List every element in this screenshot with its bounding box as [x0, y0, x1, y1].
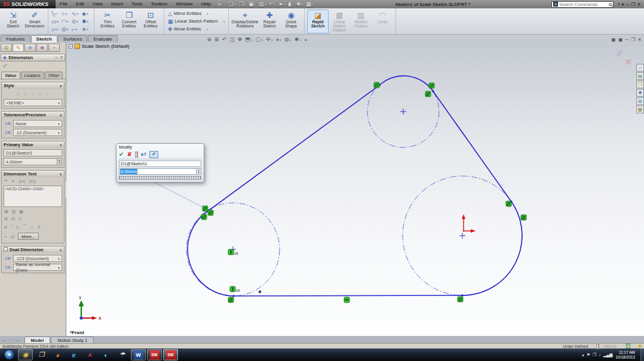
- reverse-direction-button[interactable]: ±?: [141, 152, 146, 157]
- open-file-icon[interactable]: ❐: [237, 1, 247, 7]
- sphere-app-icon[interactable]: ◐: [99, 349, 114, 360]
- save-icon[interactable]: ▣: [247, 1, 257, 7]
- command-tab[interactable]: Evaluate: [88, 35, 117, 42]
- document-tab[interactable]: Model: [24, 337, 51, 343]
- symbol-icon[interactable]: ±: [16, 224, 19, 230]
- document-tab[interactable]: Motion Study 1: [51, 337, 94, 343]
- quick-tips-icon[interactable]: ?: [626, 344, 630, 348]
- solidworks-resources-tab[interactable]: ⌂: [636, 64, 644, 72]
- modify-dimension-name[interactable]: D1@Sketch1: [119, 161, 201, 167]
- print-icon[interactable]: ▤: [257, 1, 267, 7]
- cancel-button[interactable]: ✘: [127, 151, 131, 158]
- fillet-tool-icon[interactable]: ✱: [81, 17, 91, 25]
- position-icon[interactable]: ⊞: [4, 217, 8, 221]
- action-center-icon[interactable]: ⚑: [587, 353, 590, 357]
- panel-tab[interactable]: Other: [45, 72, 63, 79]
- style-star-icon[interactable]: ☆: [16, 91, 22, 97]
- mirror-entities-button[interactable]: △Mirror Entities: [167, 10, 226, 17]
- device-icon[interactable]: ❒: [593, 353, 596, 357]
- minimize-icon[interactable]: ─: [625, 2, 629, 7]
- sketch-endpoints[interactable]: [207, 84, 512, 297]
- undo-icon[interactable]: ↶: [268, 1, 277, 7]
- circle-center-points[interactable]: [230, 109, 465, 252]
- style-star-icon[interactable]: ☆: [23, 91, 29, 97]
- repair-sketch-button[interactable]: ✚Repair Sketch: [259, 10, 280, 33]
- rectangle-tool-icon[interactable]: ▭: [51, 17, 61, 25]
- apply-scene-icon[interactable]: ◍: [284, 36, 292, 42]
- rebuild-icon[interactable]: [135, 152, 138, 158]
- justify-icon[interactable]: ▤: [4, 209, 8, 214]
- next-tab-icon[interactable]: >: [12, 338, 14, 343]
- newwindow-icon[interactable]: ▣: [611, 37, 616, 42]
- style-dropdown[interactable]: <NONE>: [4, 99, 62, 106]
- thumbwheel[interactable]: [119, 176, 201, 180]
- tolerance-group-header[interactable]: Tolerance/Precision: [2, 112, 64, 118]
- spin-increment-button[interactable]: ✐: [149, 151, 158, 158]
- line-tool-icon[interactable]: ╲: [51, 10, 61, 17]
- zoom-fit-icon[interactable]: ⊕: [207, 36, 212, 42]
- command-tab[interactable]: Sketch: [31, 35, 57, 42]
- trim-entities-button[interactable]: ✂Trim Entities: [97, 10, 118, 33]
- view-settings-icon[interactable]: ✱: [295, 36, 301, 42]
- rapid-sketch-button[interactable]: ◪Rapid Sketch: [307, 10, 329, 33]
- justify-icon[interactable]: ▦: [19, 209, 23, 214]
- word-icon[interactable]: W: [131, 349, 146, 360]
- volume-icon[interactable]: ♪: [599, 353, 601, 357]
- symbol-icon[interactable]: °: [11, 224, 13, 230]
- hidden-icons-button[interactable]: ▴: [582, 353, 584, 357]
- minimize-doc-icon[interactable]: ─: [625, 37, 628, 42]
- taskbar-clock[interactable]: 11:17 AM 10/18/2013: [615, 350, 637, 360]
- corner-tool-icon[interactable]: ⌐: [71, 25, 81, 33]
- tangent-relation-icon[interactable]: [429, 83, 434, 88]
- accept-button[interactable]: ✔: [119, 151, 124, 158]
- tangent-relation-icon[interactable]: [228, 297, 234, 303]
- menu-item[interactable]: Help: [197, 0, 215, 8]
- tag-icon[interactable]: ◆: [639, 344, 642, 348]
- edit-appearance-icon[interactable]: ◕: [276, 36, 281, 42]
- position-icon[interactable]: ⊡: [19, 217, 22, 221]
- circle2-tool-icon[interactable]: ◎: [61, 25, 71, 33]
- sketch-origin-icon[interactable]: [462, 214, 476, 233]
- help-icon[interactable]: ?: [60, 55, 63, 60]
- file-explorer-tab[interactable]: ❒: [636, 81, 644, 88]
- help-caret-icon[interactable]: ▾: [621, 2, 624, 7]
- dimension-value-field[interactable]: 4.00mm: [4, 158, 57, 165]
- tangent-relation-icon[interactable]: [458, 297, 463, 302]
- precision-dropdown[interactable]: .12 (Document): [13, 129, 62, 136]
- dimtext-tool-icon[interactable]: ∠: [11, 178, 15, 183]
- show-desktop-button[interactable]: [640, 348, 644, 361]
- options-icon[interactable]: ❖: [295, 1, 305, 7]
- smart-dimension-button[interactable]: ✐Smart Dimension: [24, 10, 45, 33]
- pin-menubar-icon[interactable]: ✑: [215, 2, 224, 7]
- hide-show-items-icon[interactable]: ✣: [266, 36, 272, 42]
- person-app-icon[interactable]: ☂: [115, 349, 130, 360]
- restore-icon[interactable]: ❐: [631, 2, 635, 7]
- chrome-icon[interactable]: ◉: [18, 349, 33, 360]
- 3d-view-icon[interactable]: ◒: [304, 36, 307, 42]
- modify-value-input[interactable]: 4.00mm: [119, 168, 197, 175]
- belt-sketch-profile[interactable]: [188, 76, 522, 296]
- tile-icon[interactable]: ▣: [618, 37, 623, 42]
- dimension-text-header[interactable]: Dimension Text: [2, 171, 64, 177]
- close-icon[interactable]: ✕: [637, 2, 641, 7]
- help-icon[interactable]: ?: [617, 2, 620, 7]
- firefox-icon[interactable]: ◕: [50, 349, 65, 360]
- circle-tool-icon[interactable]: ○: [61, 10, 71, 17]
- sketch-picture-button[interactable]: ▨Sketch Picture: [350, 10, 372, 33]
- primary-value-header[interactable]: Primary Value: [2, 141, 64, 148]
- linear-sketch-pattern-button[interactable]: ▦Linear Sketch Pattern: [167, 18, 226, 25]
- tangent-relation-icon[interactable]: [506, 201, 511, 206]
- menu-item[interactable]: Tools: [127, 0, 147, 8]
- solidworks-icon-2[interactable]: SW: [163, 349, 178, 360]
- edit-appearance-icon[interactable]: ▦: [305, 1, 314, 7]
- zoom-area-icon[interactable]: ⊞: [214, 36, 219, 42]
- symbol-icon[interactable]: ⌒: [22, 224, 27, 230]
- instant3d-icon[interactable]: ✥: [238, 36, 243, 42]
- appearances-tab[interactable]: ◍: [636, 97, 644, 105]
- dimension-text-area[interactable]: <MOD-DIAM><DIM>: [4, 186, 62, 207]
- more-symbols-button[interactable]: More...: [18, 233, 39, 240]
- move-entities-button[interactable]: ✥Move Entities: [167, 26, 226, 33]
- convert-entities-button[interactable]: ❐Convert Entities: [118, 10, 140, 33]
- menu-item[interactable]: Edit: [72, 0, 88, 8]
- style-star-icon[interactable]: ☆: [44, 91, 50, 97]
